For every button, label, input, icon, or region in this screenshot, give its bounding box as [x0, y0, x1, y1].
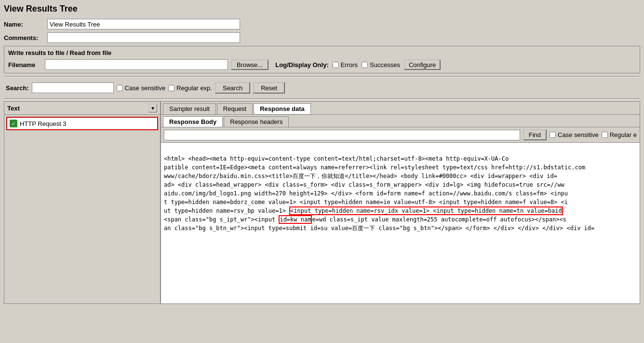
configure-button[interactable]: Configure: [404, 59, 441, 70]
log-section: Log/Display Only: Errors Successes Confi…: [275, 59, 441, 70]
successes-checkbox-row: Successes: [362, 61, 400, 69]
search-bar: Search: Case sensitive Regular exp. Sear…: [4, 79, 640, 96]
search-label: Search:: [6, 84, 29, 92]
case-sensitive-label: Case sensitive: [125, 84, 166, 92]
find-input[interactable]: [164, 130, 520, 140]
search-button[interactable]: Search: [215, 82, 250, 94]
file-section-title: Write results to file / Read from file: [8, 49, 636, 56]
comments-label: Comments:: [4, 34, 47, 41]
right-panel: Sampler result Request Response data Res…: [161, 102, 640, 303]
tree-header: Text ▼: [4, 102, 160, 115]
reset-button[interactable]: Reset: [253, 82, 285, 94]
filename-label: Filename: [8, 61, 42, 69]
tab-sampler-result[interactable]: Sampler result: [163, 103, 216, 114]
file-section: Write results to file / Read from file F…: [4, 46, 640, 73]
find-regular-label: Regular e: [610, 131, 637, 138]
tab-request[interactable]: Request: [217, 103, 253, 114]
successes-checkbox[interactable]: [362, 62, 368, 68]
tree-item-label: HTTP Request 3: [20, 120, 67, 127]
find-case-sensitive-row: Case sensitive: [550, 131, 599, 138]
successes-label: Successes: [370, 61, 400, 69]
tab-response-data[interactable]: Response data: [254, 103, 310, 114]
main-container: View Results Tree Name: Comments: Write …: [0, 0, 644, 343]
content-area: Text ▼ ✓ HTTP Request 3 Sampler result R…: [4, 101, 640, 304]
tree-header-label: Text: [7, 105, 20, 112]
errors-checkbox[interactable]: [333, 62, 339, 68]
tree-item[interactable]: ✓ HTTP Request 3: [6, 117, 158, 130]
tree-item-icon: ✓: [9, 119, 18, 128]
log-display-label: Log/Display Only:: [275, 61, 329, 69]
name-row: Name:: [4, 19, 640, 29]
content-display: <html> <head><meta http-equiv=content-ty…: [161, 143, 640, 303]
browse-button[interactable]: Browse...: [231, 59, 268, 70]
divider-2: [4, 98, 640, 99]
regular-exp-label: Regular exp.: [176, 84, 212, 92]
sub-tabs-row: Response Body Response headers: [161, 115, 640, 127]
divider-1: [4, 76, 640, 77]
find-case-sensitive-checkbox[interactable]: [550, 132, 556, 138]
search-input[interactable]: [32, 82, 114, 93]
comments-row: Comments:: [4, 32, 640, 43]
find-button[interactable]: Find: [523, 129, 547, 140]
regular-exp-checkbox[interactable]: [168, 85, 174, 91]
name-input[interactable]: [47, 19, 240, 29]
main-tabs-row: Sampler result Request Response data: [161, 102, 640, 115]
sub-tab-response-headers[interactable]: Response headers: [224, 116, 289, 127]
page-title: View Results Tree: [4, 4, 640, 14]
find-regular-checkbox[interactable]: [602, 132, 608, 138]
tree-body: ✓ HTTP Request 3: [4, 115, 160, 303]
regular-exp-row: Regular exp.: [168, 84, 212, 92]
case-sensitive-checkbox[interactable]: [117, 85, 123, 91]
find-bar: Find Case sensitive Regular e: [161, 127, 640, 143]
find-case-sensitive-label: Case sensitive: [558, 131, 599, 138]
find-regular-row: Regular e: [602, 131, 637, 138]
tree-dropdown-button[interactable]: ▼: [148, 104, 157, 112]
left-panel: Text ▼ ✓ HTTP Request 3: [4, 102, 161, 303]
sub-tab-response-body[interactable]: Response Body: [163, 116, 223, 127]
errors-checkbox-row: Errors: [333, 61, 358, 69]
filename-input[interactable]: [45, 59, 228, 70]
shield-icon: ✓: [10, 120, 17, 127]
comments-input[interactable]: [47, 32, 240, 43]
case-sensitive-row: Case sensitive: [117, 84, 166, 92]
errors-label: Errors: [341, 61, 358, 69]
filename-row: Filename Browse... Log/Display Only: Err…: [8, 59, 636, 70]
name-label: Name:: [4, 21, 47, 28]
